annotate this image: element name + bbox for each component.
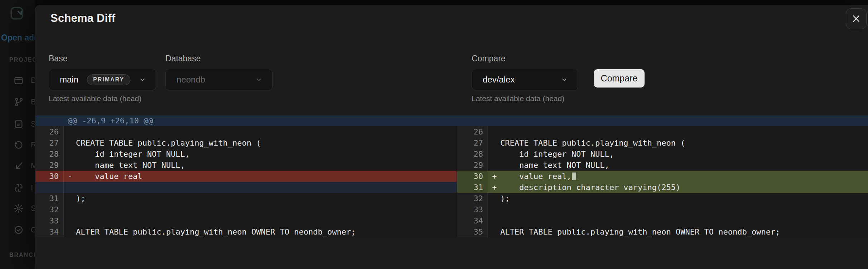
line-number: 33 <box>35 215 63 226</box>
diff-row: 32); <box>457 193 868 204</box>
diff-marker <box>63 160 72 171</box>
line-number: 27 <box>35 137 63 148</box>
code-line: ALTER TABLE public.playing_with_neon OWN… <box>496 226 780 237</box>
diff-marker: - <box>63 171 72 182</box>
diff-row: 27CREATE TABLE public.playing_with_neon … <box>457 137 868 148</box>
diff-marker <box>488 204 496 215</box>
diff-marker <box>488 193 496 204</box>
line-number: 32 <box>457 193 488 204</box>
diff-row: 28 id integer NOT NULL, <box>457 148 868 160</box>
code-line: value real, <box>496 171 576 182</box>
sidebar-item-monitoring[interactable]: M <box>0 160 35 173</box>
line-number: 32 <box>35 204 63 215</box>
chevron-down-icon <box>139 76 146 84</box>
diff-row: 31); <box>35 193 457 204</box>
sidebar-item-integrations[interactable]: I <box>0 182 35 195</box>
sidebar-item-restore[interactable]: R <box>0 139 35 152</box>
code-line: name text NOT NULL, <box>496 160 609 171</box>
base-branch-select[interactable]: main PRIMARY <box>49 69 156 90</box>
code-line: ); <box>496 193 510 204</box>
sidebar-item-sql-editor[interactable]: S <box>0 118 35 131</box>
code-line <box>496 215 500 226</box>
code-line <box>72 182 76 193</box>
schema-diff-modal: Schema Diff Base Database Compare main P… <box>35 5 868 269</box>
open-admin-link[interactable]: Open adm <box>1 33 35 43</box>
line-number: 30 <box>457 171 488 182</box>
settings-icon <box>14 203 24 213</box>
diff-marker <box>488 215 496 226</box>
sidebar-item-dashboard[interactable]: D <box>0 75 35 88</box>
code-line: ALTER TABLE public.playing_with_neon OWN… <box>72 226 356 237</box>
line-number: 31 <box>35 193 63 204</box>
line-number: 33 <box>457 204 488 215</box>
diff-row: 35ALTER TABLE public.playing_with_neon O… <box>457 226 868 237</box>
sidebar-item-branches[interactable]: B <box>0 96 35 109</box>
code-line: description character varying(255) <box>496 182 680 193</box>
code-line <box>72 204 76 215</box>
diff-row: 28 id integer NOT NULL, <box>35 148 457 160</box>
modal-title: Schema Diff <box>50 12 115 25</box>
diff-row: 30+ value real, <box>457 171 868 182</box>
close-icon <box>852 14 861 23</box>
diff-marker <box>63 182 72 193</box>
neon-logo-icon[interactable] <box>9 6 24 21</box>
line-number: 26 <box>457 126 488 137</box>
sidebar-item-settings[interactable]: S <box>0 203 35 216</box>
diff-row: 33 <box>457 204 868 215</box>
code-line <box>496 204 500 215</box>
base-helper-text: Latest available data (head) <box>49 94 141 103</box>
restore-icon <box>14 140 24 150</box>
diff-marker <box>63 148 72 160</box>
base-label: Base <box>49 54 67 63</box>
diff-row: 33 <box>35 215 457 226</box>
diff-row: 32 <box>35 204 457 215</box>
diff-pane-base[interactable]: 2627CREATE TABLE public.playing_with_neo… <box>35 126 457 237</box>
monitoring-icon <box>14 161 24 171</box>
diff-row: 30- value real <box>35 171 457 182</box>
diff-marker <box>63 215 72 226</box>
diff-marker: + <box>488 182 496 193</box>
database-label: Database <box>165 54 201 63</box>
dashboard-icon <box>14 75 24 85</box>
line-number: 29 <box>457 160 488 171</box>
compare-button[interactable]: Compare <box>594 69 645 88</box>
code-line: ); <box>72 193 86 204</box>
diff-marker <box>488 148 496 160</box>
line-number: 31 <box>457 182 488 193</box>
compare-branch-select[interactable]: dev/alex <box>472 69 578 90</box>
diff-row: 29 name text NOT NULL, <box>35 160 457 171</box>
gutter-divider <box>63 126 64 237</box>
line-number: 34 <box>457 215 488 226</box>
chevron-down-icon <box>560 76 568 84</box>
diff-marker <box>63 193 72 204</box>
diff-pane-compare[interactable]: 2627CREATE TABLE public.playing_with_neo… <box>457 126 868 237</box>
code-line: CREATE TABLE public.playing_with_neon ( <box>496 137 685 148</box>
operations-icon <box>14 225 24 235</box>
diff-marker <box>63 226 72 237</box>
diff-marker <box>488 126 496 137</box>
line-number: 28 <box>457 148 488 160</box>
compare-helper-text: Latest available data (head) <box>472 94 564 103</box>
compare-label: Compare <box>472 54 506 63</box>
diff-row: 34ALTER TABLE public.playing_with_neon O… <box>35 226 457 237</box>
line-number: 28 <box>35 148 63 160</box>
sidebar-item-operations[interactable]: O <box>0 224 35 237</box>
sidebar-section-branch: BRANCH <box>9 252 35 258</box>
diff-row: 34 <box>457 215 868 226</box>
whitespace-highlight <box>572 173 576 180</box>
diff-marker <box>488 226 496 237</box>
integrations-icon <box>14 183 24 193</box>
diff-row: 27CREATE TABLE public.playing_with_neon … <box>35 137 457 148</box>
line-number: 35 <box>457 226 488 237</box>
database-select[interactable]: neondb <box>165 69 273 90</box>
screen: Open adm PROJECT D B S R M I S <box>0 0 868 269</box>
diff-marker <box>63 204 72 215</box>
hunk-header: @@ -26,9 +26,10 @@ <box>35 115 868 126</box>
close-button[interactable] <box>846 8 867 29</box>
sidebar-section-project: PROJECT <box>9 57 35 63</box>
diff-row: 29 name text NOT NULL, <box>457 160 868 171</box>
line-number <box>35 182 63 193</box>
line-number: 30 <box>35 171 63 182</box>
diff-marker <box>488 160 496 171</box>
primary-badge: PRIMARY <box>87 74 130 85</box>
